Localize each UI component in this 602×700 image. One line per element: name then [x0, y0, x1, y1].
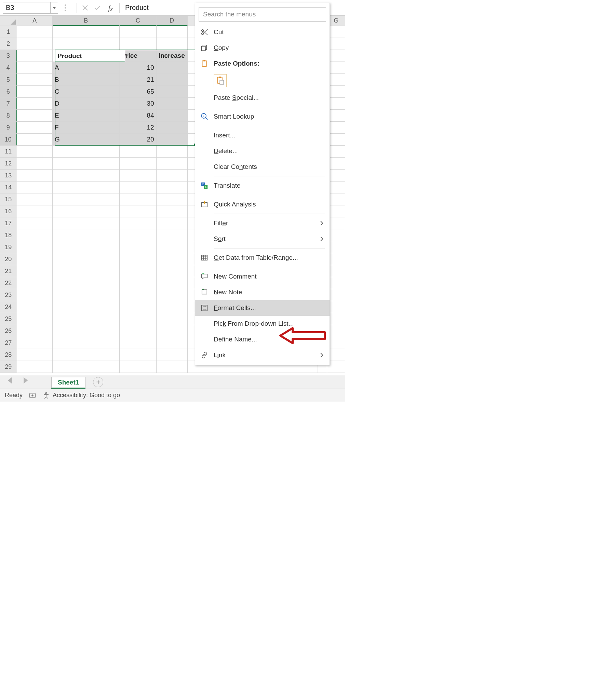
menu-get-data[interactable]: Get Data from Table/Range... — [195, 250, 330, 266]
cell[interactable]: 10 — [120, 62, 157, 74]
cell[interactable] — [17, 337, 53, 349]
cell[interactable] — [53, 301, 120, 313]
menu-sort[interactable]: Sort — [195, 231, 330, 247]
cell[interactable] — [157, 170, 188, 181]
cell[interactable] — [17, 205, 53, 217]
cell[interactable] — [157, 361, 188, 373]
menu-pick-list[interactable]: Pick From Drop-down List... — [195, 316, 330, 332]
cell[interactable] — [53, 241, 120, 253]
sheet-tab[interactable]: Sheet1 — [51, 377, 85, 389]
cell[interactable] — [17, 122, 53, 134]
menu-copy[interactable]: Copy — [195, 40, 330, 56]
cell[interactable] — [53, 229, 120, 241]
cell[interactable] — [17, 241, 53, 253]
cell[interactable] — [17, 229, 53, 241]
row-header-6[interactable]: 6 — [0, 86, 17, 98]
cell[interactable] — [17, 98, 53, 110]
row-header-9[interactable]: 9 — [0, 122, 17, 134]
row-header-18[interactable]: 18 — [0, 229, 17, 241]
row-header-12[interactable]: 12 — [0, 158, 17, 170]
cell[interactable] — [120, 337, 157, 349]
row-header-14[interactable]: 14 — [0, 181, 17, 193]
menu-new-comment[interactable]: + New Comment — [195, 269, 330, 284]
cell[interactable] — [53, 253, 120, 265]
cell[interactable]: 65 — [120, 86, 157, 98]
row-header-24[interactable]: 24 — [0, 301, 17, 313]
cell[interactable] — [120, 217, 157, 229]
cell[interactable] — [120, 181, 157, 193]
kebab-icon[interactable] — [61, 2, 70, 14]
menu-define-name[interactable]: Define Name... — [195, 332, 330, 347]
cell[interactable] — [157, 349, 188, 361]
cell[interactable] — [157, 229, 188, 241]
cell[interactable]: 12 — [120, 122, 157, 134]
cell[interactable] — [157, 193, 188, 205]
cell[interactable] — [17, 181, 53, 193]
cell[interactable]: B — [53, 74, 120, 86]
menu-link[interactable]: Link — [195, 347, 330, 363]
cell[interactable] — [53, 313, 120, 325]
cell[interactable] — [120, 158, 157, 170]
menu-delete[interactable]: Delete... — [195, 143, 330, 159]
row-header-1[interactable]: 1 — [0, 26, 17, 38]
menu-search-input[interactable]: Search the menus — [199, 7, 326, 22]
cell[interactable] — [120, 301, 157, 313]
cell[interactable] — [17, 301, 53, 313]
cell[interactable] — [157, 74, 188, 86]
cell[interactable] — [17, 253, 53, 265]
cell[interactable] — [17, 38, 53, 50]
cell[interactable] — [120, 361, 157, 373]
cell[interactable] — [17, 193, 53, 205]
cell[interactable] — [157, 205, 188, 217]
cell[interactable] — [120, 253, 157, 265]
cell[interactable] — [53, 146, 120, 158]
row-header-26[interactable]: 26 — [0, 325, 17, 337]
col-header-B[interactable]: B — [53, 16, 120, 26]
col-header-D[interactable]: D — [157, 16, 188, 26]
menu-smart-lookup[interactable]: i Smart Lookup — [195, 109, 330, 124]
cell[interactable]: F — [53, 122, 120, 134]
row-header-16[interactable]: 16 — [0, 205, 17, 217]
cell[interactable] — [17, 170, 53, 181]
cell[interactable] — [17, 110, 53, 122]
row-header-5[interactable]: 5 — [0, 74, 17, 86]
cell[interactable] — [53, 289, 120, 301]
row-header-4[interactable]: 4 — [0, 62, 17, 74]
cell[interactable] — [120, 170, 157, 181]
cell[interactable]: 21 — [120, 74, 157, 86]
row-header-10[interactable]: 10 — [0, 134, 17, 146]
cell[interactable]: Increase — [157, 50, 188, 62]
menu-insert[interactable]: Insert... — [195, 127, 330, 143]
name-box[interactable]: B3 — [3, 2, 51, 14]
cell[interactable] — [157, 181, 188, 193]
cell[interactable] — [157, 253, 188, 265]
col-header-G[interactable]: G — [327, 16, 345, 26]
cell[interactable] — [17, 134, 53, 146]
cell[interactable] — [53, 349, 120, 361]
cell[interactable] — [17, 26, 53, 38]
col-header-A[interactable]: A — [17, 16, 53, 26]
cell[interactable] — [53, 158, 120, 170]
menu-clear-contents[interactable]: Clear Contents — [195, 159, 330, 175]
cell[interactable] — [53, 337, 120, 349]
cell[interactable] — [157, 122, 188, 134]
cell[interactable] — [53, 325, 120, 337]
cell[interactable] — [17, 289, 53, 301]
cell[interactable] — [157, 98, 188, 110]
cell[interactable] — [53, 205, 120, 217]
row-header-11[interactable]: 11 — [0, 146, 17, 158]
cell[interactable] — [120, 277, 157, 289]
cell[interactable] — [53, 265, 120, 277]
row-header-23[interactable]: 23 — [0, 289, 17, 301]
cell[interactable] — [17, 217, 53, 229]
menu-paste-special[interactable]: Paste Special... — [195, 90, 330, 106]
cell[interactable] — [120, 205, 157, 217]
cell[interactable] — [17, 146, 53, 158]
row-header-17[interactable]: 17 — [0, 217, 17, 229]
cell[interactable] — [120, 289, 157, 301]
cell[interactable] — [157, 325, 188, 337]
macro-record-icon[interactable] — [29, 392, 36, 399]
active-cell[interactable]: Product — [55, 50, 125, 62]
cell[interactable]: E — [53, 110, 120, 122]
cell[interactable]: 20 — [120, 134, 157, 146]
